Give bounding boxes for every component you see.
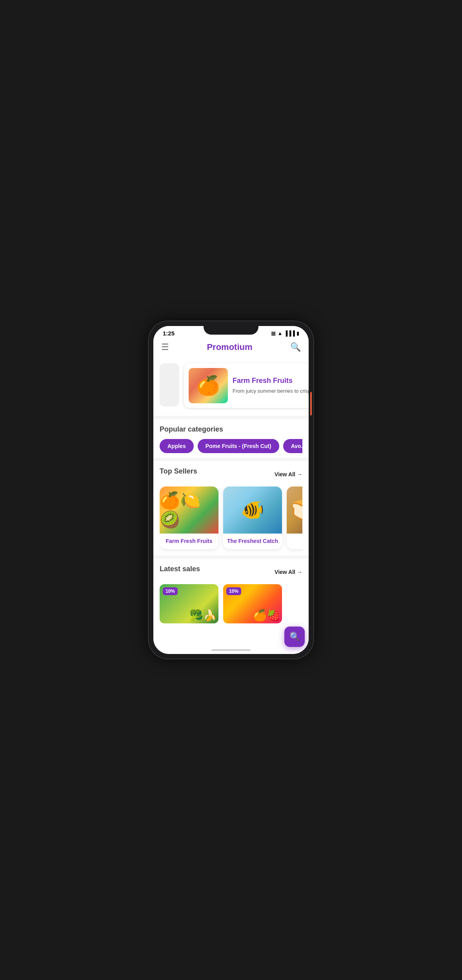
battery-icon: ▮	[296, 330, 299, 336]
fab-search-icon: 🔍	[289, 632, 300, 642]
hamburger-menu-icon[interactable]: ☰	[161, 342, 169, 352]
carousel-card-title-0: Farm Fresh Fruits	[233, 377, 309, 385]
sale-card-1[interactable]: 10% 🍊🍓	[223, 584, 282, 623]
seller-card-0[interactable]: 🍊🍋🥝 Farm Fresh Fruits	[160, 486, 218, 549]
carousel-track: 🍊 Farm Fresh Fruits From juicy summer be…	[153, 362, 309, 410]
sales-track: 10% 🥦🍌 10% 🍊🍓	[160, 584, 302, 623]
carousel-card-info-0: Farm Fresh Fruits From juicy summer berr…	[233, 377, 309, 395]
seller-name-1: The Freshest Catch	[223, 534, 282, 545]
top-sellers-view-all[interactable]: View All →	[275, 471, 302, 477]
scroll-content: 🍊 Farm Fresh Fruits From juicy summer be…	[153, 357, 309, 646]
latest-sales-header: Latest sales View All →	[160, 565, 302, 579]
seller-card-2[interactable]: 🍞	[287, 486, 302, 549]
categories-track: Apples Pome Fruits - (Fresh Cut) Avo...	[160, 439, 302, 455]
bottom-bar	[153, 646, 309, 654]
carousel-section: 🍊 Farm Fresh Fruits From juicy summer be…	[153, 357, 309, 416]
seller-name-0: Farm Fresh Fruits	[160, 534, 218, 545]
phone-screen: 1:25 ▦ ▲ ▐▐▐ ▮ ☰ Promotium 🔍	[153, 326, 309, 654]
search-header-icon[interactable]: 🔍	[290, 342, 301, 352]
popular-categories-title: Popular categories	[160, 425, 302, 434]
fruit-icon: 🍊🍋🥝	[160, 486, 218, 534]
latest-sales-title: Latest sales	[160, 565, 200, 573]
status-time: 1:25	[163, 330, 175, 337]
latest-sales-view-all[interactable]: View All →	[275, 569, 302, 575]
seller-card-1[interactable]: 🐠 The Freshest Catch	[223, 486, 282, 549]
arrow-icon: →	[297, 471, 302, 477]
sale-card-0[interactable]: 10% 🥦🍌	[160, 584, 218, 623]
sale-img-0: 🥦🍌	[189, 609, 217, 622]
side-button	[310, 392, 312, 415]
carousel-card-partial-left	[160, 363, 179, 408]
sim-icon: ▦	[271, 330, 276, 336]
carousel-card-0[interactable]: 🍊 Farm Fresh Fruits From juicy summer be…	[184, 363, 309, 408]
bread-icon: 🍞	[287, 486, 302, 534]
home-indicator	[211, 649, 251, 651]
top-sellers-title: Top Sellers	[160, 467, 197, 475]
popular-categories-section: Popular categories Apples Pome Fruits - …	[153, 419, 309, 458]
top-sellers-header: Top Sellers View All →	[160, 467, 302, 481]
view-all-label: View All	[275, 471, 295, 477]
wifi-icon: ▲	[277, 330, 282, 336]
app-header: ☰ Promotium 🔍	[153, 339, 309, 357]
category-pill-2[interactable]: Avo...	[283, 439, 302, 453]
app-title: Promotium	[207, 342, 252, 352]
phone-notch	[204, 326, 258, 335]
top-sellers-section: Top Sellers View All → 🍊🍋🥝 Farm Fresh Fr…	[153, 461, 309, 556]
carousel-card-desc-0: From juicy summer berries to crisp au…	[233, 388, 309, 395]
latest-arrow-icon: →	[297, 569, 302, 575]
search-fab[interactable]: 🔍	[284, 627, 305, 647]
sellers-track: 🍊🍋🥝 Farm Fresh Fruits 🐠 The Freshest Cat…	[160, 486, 302, 552]
sale-img-1: 🍊🍓	[253, 609, 280, 622]
category-pill-1[interactable]: Pome Fruits - (Fresh Cut)	[198, 439, 279, 453]
sale-badge-1: 10%	[226, 587, 241, 595]
seller-card-img-0: 🍊🍋🥝	[160, 486, 218, 534]
latest-view-all-label: View All	[275, 569, 295, 575]
signal-icon: ▐▐▐	[284, 330, 295, 336]
bottom-spacer	[160, 623, 302, 646]
phone-frame: 1:25 ▦ ▲ ▐▐▐ ▮ ☰ Promotium 🔍	[149, 321, 313, 659]
status-icons: ▦ ▲ ▐▐▐ ▮	[271, 330, 299, 336]
sale-badge-0: 10%	[163, 587, 178, 595]
seller-card-img-1: 🐠	[223, 486, 282, 534]
carousel-card-image-0: 🍊	[189, 368, 228, 403]
fish-icon: 🐠	[223, 486, 282, 534]
seller-card-img-2: 🍞	[287, 486, 302, 534]
category-pill-0[interactable]: Apples	[160, 439, 194, 453]
